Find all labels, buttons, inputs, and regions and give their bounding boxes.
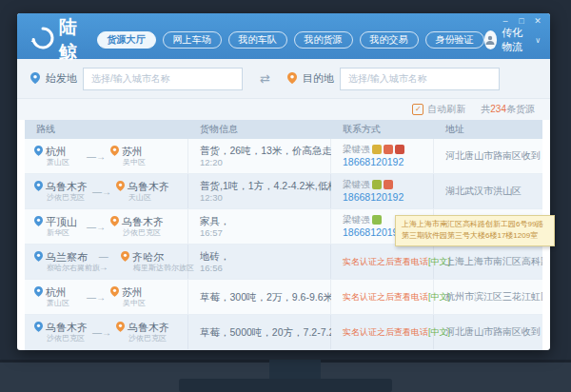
nav-tab-5[interactable]: 身份验证 (425, 31, 484, 49)
address-cell: 河北唐山市路南区收到 (434, 149, 542, 163)
cargo-description: 草莓，5000吨，20方，7.2-7.2米，厢车 (200, 325, 331, 339)
table-header: 路线 货物信息 联系方式 地址 (25, 120, 542, 139)
nav-tab-2[interactable]: 我的车队 (228, 31, 287, 49)
destination-place: 苏州吴中区 (110, 286, 158, 308)
origin-place: 杭州萧山区 (34, 146, 82, 167)
nav-tab-0[interactable]: 货源大厅 (97, 31, 156, 49)
address-cell: 上海上海市南汇区高科路锦科... (434, 255, 542, 268)
swap-icon[interactable]: ⇄ (260, 71, 270, 86)
certification-badge-icon (372, 145, 382, 154)
destination-pin-icon (116, 181, 125, 194)
cargo-description: 草莓，300吨，2万，9.6-9.6米，厢车 (200, 290, 331, 304)
app-logo: 陆鲸 (30, 15, 82, 65)
origin-district: 沙依巴克区 (47, 193, 88, 202)
table-row[interactable]: 杭州萧山区—→苏州吴中区普货，26吨，13米，价高急走，12:20梁键强1866… (25, 139, 542, 174)
contact-cell: 实名认证之后查看电话[中文] (331, 245, 434, 279)
route-arrow-icon: —→ (92, 186, 111, 197)
destination-city-name: 乌鲁木齐 (128, 322, 169, 334)
certification-badge-icon (384, 180, 393, 189)
auth-message: 实名认证之后查看电话 (343, 292, 428, 302)
monitor-stand-base (179, 379, 392, 392)
route-cell: 杭州萧山区—→苏州吴中区 (25, 280, 188, 314)
origin-place: 乌鲁木齐沙依巴克区 (34, 181, 88, 203)
contact-cell: 梁键强18668120192 (331, 174, 434, 208)
table-row[interactable]: 杭州萧山区—→苏州吴中区草莓，300吨，2万，9.6-9.6米，厢车实名认证之后… (25, 280, 542, 315)
maximize-button[interactable]: □ (515, 15, 528, 28)
destination-city-name: 乌鲁木齐 (122, 216, 164, 228)
column-contact: 联系方式 (331, 123, 434, 136)
certification-badge-icon (372, 180, 382, 189)
tooltip-line-1: 上海上海市南汇区高科路创新工园6号99路 (402, 219, 548, 230)
app-header: – □ ✕ 陆鲸 货源大厅网上车场我的车队我的货源我的交易身份验证 传化物流 (17, 13, 550, 59)
certification-badge-icon (384, 145, 393, 154)
destination-input[interactable] (340, 68, 500, 90)
destination-city: 乌鲁木齐 (110, 216, 164, 229)
contact-name: 梁键强 (343, 179, 393, 191)
logo-text: 陆鲸 (59, 15, 82, 65)
origin-city: 平顶山 (34, 216, 82, 229)
destination-pin-icon (110, 216, 119, 229)
minimize-button[interactable]: – (499, 15, 512, 28)
destination-label: 目的地 (303, 71, 334, 86)
cargo-cell: 家具，16:57 (188, 209, 331, 244)
destination-city: 苏州 (110, 286, 158, 300)
destination-place: 乌鲁木齐沙依巴克区 (116, 322, 169, 343)
app-window: – □ ✕ 陆鲸 货源大厅网上车场我的车队我的货源我的交易身份验证 传化物流 (17, 13, 550, 350)
whale-logo-icon (30, 26, 55, 54)
contact-phone[interactable]: 18668120192 (343, 190, 404, 204)
origin-input[interactable] (83, 68, 243, 90)
destination-place: 齐哈尔梅里斯达斡尔族区 (121, 251, 187, 273)
search-bar: 始发地 ⇄ 目的地 (17, 59, 550, 99)
close-button[interactable]: ✕ (531, 15, 544, 28)
destination-pin-icon (110, 286, 119, 300)
contact-name-text: 梁键强 (343, 179, 370, 191)
route-arrow-icon: —→ (87, 151, 106, 162)
table-row[interactable]: 乌鲁木齐沙依巴克区—→乌鲁木齐沙依巴克区草莓，5000吨，20方，7.2-7.2… (25, 315, 542, 350)
cargo-cell: 草莓，5000吨，20方，7.2-7.2米，厢车 (188, 315, 331, 349)
table-row[interactable]: 乌兰察布察哈尔右翼前旗—→齐哈尔梅里斯达斡尔族区地砖，16:56实名认证之后查看… (25, 245, 542, 280)
total-count-number: 234 (490, 104, 506, 114)
monitor: – □ ✕ 陆鲸 货源大厅网上车场我的车队我的货源我的交易身份验证 传化物流 (0, 0, 571, 392)
origin-pin-icon (34, 286, 43, 300)
origin-district: 沙依巴克区 (47, 334, 88, 343)
route-cell: 杭州萧山区—→苏州吴中区 (25, 139, 188, 173)
auto-refresh-label: 自动刷新 (427, 103, 465, 116)
nav-tab-3[interactable]: 我的货源 (294, 31, 353, 49)
route-cell: 平顶山新华区—→乌鲁木齐沙依巴克区 (25, 209, 188, 244)
cargo-description: 普货,1吨，1方，4.2-4.2米,低栏挂车， (200, 179, 331, 192)
contact-name: 梁键强 (343, 214, 382, 226)
table-row[interactable]: 乌鲁木齐沙依巴克区—→乌鲁木齐天山区普货,1吨，1方，4.2-4.2米,低栏挂车… (25, 174, 542, 209)
destination-district: 沙依巴克区 (128, 334, 169, 343)
contact-cell: 实名认证之后查看电话[中文] (331, 280, 434, 314)
main-nav: 货源大厅网上车场我的车队我的货源我的交易身份验证 (97, 31, 484, 49)
destination-city-name: 齐哈尔 (132, 251, 164, 264)
contact-phone[interactable]: 18668120192 (343, 155, 404, 168)
origin-city-name: 乌兰察布 (46, 251, 88, 264)
destination-district: 吴中区 (123, 299, 158, 307)
origin-place: 杭州萧山区 (34, 286, 82, 308)
nav-tab-1[interactable]: 网上车场 (163, 31, 222, 49)
cargo-cell: 地砖，16:56 (188, 245, 331, 279)
origin-pin-icon (34, 181, 43, 194)
nav-tab-4[interactable]: 我的交易 (360, 31, 419, 49)
destination-pin-icon (121, 251, 129, 265)
destination-city-name: 乌鲁木齐 (128, 181, 169, 193)
total-count: 共234条货源 (481, 103, 535, 116)
user-menu[interactable]: 传化物流 ∨ (484, 26, 541, 54)
route-arrow-icon: —→ (87, 292, 106, 303)
origin-pin-icon (34, 216, 43, 229)
route-cell: 乌兰察布察哈尔右翼前旗—→齐哈尔梅里斯达斡尔族区 (25, 245, 188, 279)
cargo-description: 地砖， (200, 249, 230, 263)
destination-pin-icon (110, 146, 119, 159)
destination-city: 苏州 (110, 146, 158, 159)
origin-pin-icon (34, 322, 43, 335)
origin-place: 乌兰察布察哈尔右翼前旗 (34, 251, 94, 273)
list-meta-row: ✓ 自动刷新 共234条货源 (17, 99, 550, 120)
window-controls: – □ ✕ (499, 15, 544, 28)
destination-city: 乌鲁木齐 (116, 322, 169, 335)
auto-refresh-checkbox[interactable]: ✓ (412, 104, 423, 115)
certification-badge-icon (395, 145, 404, 154)
origin-district: 察哈尔右翼前旗 (47, 264, 94, 272)
user-avatar-icon (484, 30, 498, 49)
origin-city-name: 乌鲁木齐 (46, 322, 88, 334)
